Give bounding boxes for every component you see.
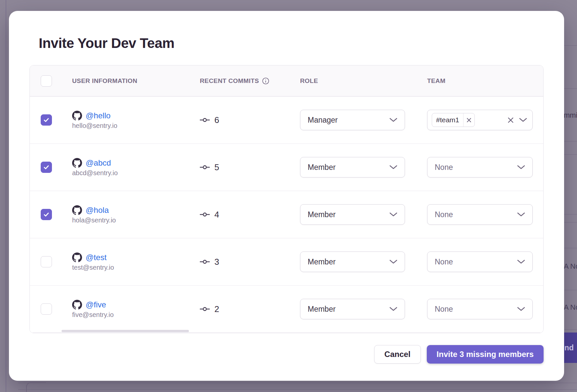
user-email: test@sentry.io [72, 264, 200, 271]
git-commit-icon [200, 117, 210, 123]
team-value: None [435, 210, 453, 219]
team-value: None [435, 257, 453, 266]
background-text-fragment: A No [564, 303, 577, 312]
column-header-user-information: USER INFORMATION [72, 77, 200, 85]
chevron-down-icon [517, 307, 525, 311]
github-icon [72, 111, 82, 121]
info-icon[interactable] [262, 77, 269, 85]
user-email: hello@sentry.io [72, 122, 200, 130]
chevron-down-icon [519, 118, 527, 122]
role-value: Manager [308, 116, 338, 125]
row-checkbox[interactable] [41, 303, 52, 315]
background-row-divider [18, 389, 577, 390]
role-value: Member [308, 257, 335, 266]
github-username-link[interactable]: @five [86, 300, 106, 309]
github-username-link[interactable]: @abcd [86, 158, 111, 168]
chevron-down-icon [389, 212, 397, 217]
role-select[interactable]: Member [300, 204, 405, 225]
role-select[interactable]: Member [300, 299, 405, 319]
horizontal-scrollbar-thumb[interactable] [62, 330, 189, 332]
remove-tag-icon[interactable] [463, 113, 474, 127]
github-icon [72, 205, 82, 215]
team-tag: #team1 [432, 113, 475, 127]
cancel-button[interactable]: Cancel [374, 345, 421, 364]
user-email: five@sentry.io [72, 311, 200, 319]
team-multiselect[interactable]: None [427, 299, 533, 319]
invite-table: USER INFORMATION RECENT COMMITS ROLE TEA… [29, 65, 544, 333]
chevron-down-icon [517, 259, 525, 264]
github-icon [72, 300, 82, 310]
commit-count: 2 [214, 304, 219, 314]
background-text-fragment: A No [564, 262, 577, 271]
role-value: Member [308, 210, 335, 219]
git-commit-icon [200, 212, 210, 217]
clear-selection-icon[interactable] [508, 117, 514, 123]
team-multiselect[interactable]: None [427, 157, 533, 177]
commit-count: 6 [214, 115, 219, 125]
background-sidebar-edge [6, 0, 6, 392]
background-button-fragment: nd [562, 333, 577, 363]
table-row: @abcd abcd@sentry.io 5 Member [30, 144, 543, 191]
chevron-down-icon [389, 165, 397, 170]
modal-footer: Cancel Invite 3 missing members [29, 345, 544, 364]
column-header-recent-commits: RECENT COMMITS [200, 77, 300, 85]
select-all-checkbox[interactable] [41, 75, 52, 87]
commit-count: 5 [214, 162, 219, 173]
role-select[interactable]: Manager [300, 110, 405, 130]
background-text-fragment: mmit [564, 111, 577, 120]
github-icon [72, 253, 82, 262]
modal-title: Invite Your Dev Team [39, 35, 534, 51]
github-icon [72, 158, 82, 168]
row-checkbox[interactable] [41, 209, 52, 220]
invite-dev-team-modal: Invite Your Dev Team USER INFORMATION RE… [9, 11, 564, 381]
column-header-role: ROLE [300, 77, 427, 85]
user-email: hola@sentry.io [72, 216, 200, 224]
team-value: None [435, 305, 453, 314]
table-row: @test test@sentry.io 3 Member [30, 238, 543, 286]
row-checkbox[interactable] [41, 114, 52, 126]
github-username-link[interactable]: @test [86, 253, 107, 262]
table-row: @hola hola@sentry.io 4 Member [30, 191, 543, 238]
invite-members-button[interactable]: Invite 3 missing members [427, 345, 544, 364]
team-tag-label: #team1 [432, 116, 463, 124]
table-row: @hello hello@sentry.io 6 Manager [30, 97, 543, 144]
role-value: Member [308, 163, 335, 172]
git-commit-icon [200, 259, 210, 265]
team-multiselect[interactable]: None [427, 204, 533, 225]
column-header-team: TEAM [427, 77, 543, 85]
background-row-divider [18, 383, 577, 383]
table-row: @five five@sentry.io 2 Member [30, 286, 543, 333]
table-header-row: USER INFORMATION RECENT COMMITS ROLE TEA… [30, 65, 543, 97]
chevron-down-icon [517, 212, 525, 217]
commit-count: 4 [214, 210, 219, 220]
user-email: abcd@sentry.io [72, 169, 200, 177]
row-checkbox[interactable] [41, 256, 52, 267]
role-select[interactable]: Member [300, 252, 405, 272]
git-commit-icon [200, 306, 210, 312]
github-username-link[interactable]: @hello [86, 111, 111, 120]
git-commit-icon [200, 164, 210, 170]
role-value: Member [308, 305, 335, 314]
role-select[interactable]: Member [300, 157, 405, 177]
chevron-down-icon [517, 165, 525, 170]
team-multiselect[interactable]: #team1 [427, 110, 533, 130]
github-username-link[interactable]: @hola [86, 206, 109, 215]
background-card-corner [26, 382, 46, 392]
commit-count: 3 [214, 257, 219, 267]
team-multiselect[interactable]: None [427, 252, 533, 272]
chevron-down-icon [389, 307, 397, 311]
chevron-down-icon [389, 118, 397, 122]
team-value: None [435, 163, 453, 172]
chevron-down-icon [389, 259, 397, 264]
row-checkbox[interactable] [41, 162, 52, 173]
